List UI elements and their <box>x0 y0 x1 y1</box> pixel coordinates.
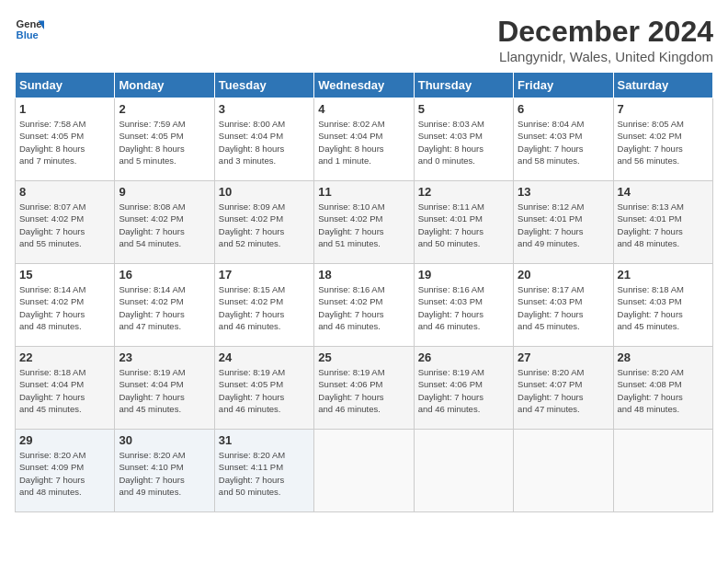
calendar-week-row-1: 1Sunrise: 7:58 AMSunset: 4:05 PMDaylight… <box>16 98 713 181</box>
day-info: Sunrise: 8:00 AMSunset: 4:04 PMDaylight:… <box>219 118 310 167</box>
calendar-cell: 17Sunrise: 8:15 AMSunset: 4:02 PMDayligh… <box>214 264 313 347</box>
day-info: Sunrise: 7:59 AMSunset: 4:05 PMDaylight:… <box>119 118 210 167</box>
title-area: December 2024 Llangynidr, Wales, United … <box>497 15 713 64</box>
logo-icon: General Blue <box>15 15 44 44</box>
day-number: 10 <box>219 185 310 199</box>
page-header: General Blue December 2024 Llangynidr, W… <box>15 15 713 64</box>
day-number: 24 <box>219 350 310 364</box>
calendar-cell: 13Sunrise: 8:12 AMSunset: 4:01 PMDayligh… <box>514 181 613 264</box>
weekday-header-sunday: Sunday <box>16 73 115 98</box>
day-info: Sunrise: 8:09 AMSunset: 4:02 PMDaylight:… <box>219 201 310 249</box>
day-info: Sunrise: 8:11 AMSunset: 4:01 PMDaylight:… <box>418 201 509 249</box>
day-number: 23 <box>119 350 210 364</box>
weekday-header-thursday: Thursday <box>414 73 513 98</box>
day-info: Sunrise: 8:19 AMSunset: 4:04 PMDaylight:… <box>119 366 210 415</box>
calendar-subtitle: Llangynidr, Wales, United Kingdom <box>497 49 713 64</box>
day-number: 22 <box>19 350 110 364</box>
day-info: Sunrise: 8:18 AMSunset: 4:03 PMDaylight:… <box>618 283 709 332</box>
calendar-cell: 23Sunrise: 8:19 AMSunset: 4:04 PMDayligh… <box>115 347 214 430</box>
day-info: Sunrise: 8:16 AMSunset: 4:03 PMDaylight:… <box>418 283 509 332</box>
weekday-header-wednesday: Wednesday <box>314 73 414 98</box>
day-number: 12 <box>418 185 509 199</box>
day-info: Sunrise: 8:10 AMSunset: 4:02 PMDaylight:… <box>318 201 409 249</box>
calendar-cell: 14Sunrise: 8:13 AMSunset: 4:01 PMDayligh… <box>613 181 712 264</box>
day-number: 25 <box>318 350 409 364</box>
day-number: 29 <box>19 433 110 447</box>
day-info: Sunrise: 8:04 AMSunset: 4:03 PMDaylight:… <box>518 118 609 167</box>
day-info: Sunrise: 8:17 AMSunset: 4:03 PMDaylight:… <box>518 283 609 332</box>
calendar-cell: 30Sunrise: 8:20 AMSunset: 4:10 PMDayligh… <box>115 430 214 512</box>
day-number: 16 <box>119 268 210 282</box>
day-info: Sunrise: 8:14 AMSunset: 4:02 PMDaylight:… <box>119 283 210 332</box>
calendar-cell: 5Sunrise: 8:03 AMSunset: 4:03 PMDaylight… <box>414 98 513 181</box>
calendar-cell: 24Sunrise: 8:19 AMSunset: 4:05 PMDayligh… <box>214 347 313 430</box>
calendar-cell: 19Sunrise: 8:16 AMSunset: 4:03 PMDayligh… <box>414 264 513 347</box>
calendar-cell: 18Sunrise: 8:16 AMSunset: 4:02 PMDayligh… <box>314 264 414 347</box>
day-info: Sunrise: 8:20 AMSunset: 4:11 PMDaylight:… <box>219 449 310 498</box>
day-info: Sunrise: 8:20 AMSunset: 4:10 PMDaylight:… <box>119 449 210 498</box>
day-info: Sunrise: 8:18 AMSunset: 4:04 PMDaylight:… <box>19 366 110 415</box>
day-number: 28 <box>618 350 709 364</box>
calendar-cell: 2Sunrise: 7:59 AMSunset: 4:05 PMDaylight… <box>115 98 214 181</box>
day-number: 1 <box>19 102 110 116</box>
calendar-cell: 29Sunrise: 8:20 AMSunset: 4:09 PMDayligh… <box>16 430 115 512</box>
calendar-cell: 26Sunrise: 8:19 AMSunset: 4:06 PMDayligh… <box>414 347 513 430</box>
day-number: 30 <box>119 433 210 447</box>
day-number: 3 <box>219 102 310 116</box>
day-info: Sunrise: 8:16 AMSunset: 4:02 PMDaylight:… <box>318 283 409 332</box>
day-info: Sunrise: 8:07 AMSunset: 4:02 PMDaylight:… <box>19 201 110 249</box>
calendar-week-row-5: 29Sunrise: 8:20 AMSunset: 4:09 PMDayligh… <box>16 430 713 512</box>
calendar-cell: 15Sunrise: 8:14 AMSunset: 4:02 PMDayligh… <box>16 264 115 347</box>
day-info: Sunrise: 8:12 AMSunset: 4:01 PMDaylight:… <box>518 201 609 249</box>
svg-text:Blue: Blue <box>17 29 39 40</box>
day-number: 20 <box>518 268 609 282</box>
calendar-table: SundayMondayTuesdayWednesdayThursdayFrid… <box>15 72 713 512</box>
logo: General Blue <box>15 15 44 44</box>
calendar-cell: 1Sunrise: 7:58 AMSunset: 4:05 PMDaylight… <box>16 98 115 181</box>
calendar-cell: 25Sunrise: 8:19 AMSunset: 4:06 PMDayligh… <box>314 347 414 430</box>
day-number: 4 <box>318 102 409 116</box>
day-number: 15 <box>19 268 110 282</box>
calendar-cell: 7Sunrise: 8:05 AMSunset: 4:02 PMDaylight… <box>613 98 712 181</box>
day-number: 6 <box>518 102 609 116</box>
calendar-cell: 31Sunrise: 8:20 AMSunset: 4:11 PMDayligh… <box>214 430 313 512</box>
calendar-cell: 28Sunrise: 8:20 AMSunset: 4:08 PMDayligh… <box>613 347 712 430</box>
calendar-cell: 6Sunrise: 8:04 AMSunset: 4:03 PMDaylight… <box>514 98 613 181</box>
day-number: 7 <box>618 102 709 116</box>
day-info: Sunrise: 8:02 AMSunset: 4:04 PMDaylight:… <box>318 118 409 167</box>
calendar-cell: 12Sunrise: 8:11 AMSunset: 4:01 PMDayligh… <box>414 181 513 264</box>
calendar-cell: 16Sunrise: 8:14 AMSunset: 4:02 PMDayligh… <box>115 264 214 347</box>
day-info: Sunrise: 8:13 AMSunset: 4:01 PMDaylight:… <box>618 201 709 249</box>
calendar-cell <box>613 430 712 512</box>
calendar-cell: 3Sunrise: 8:00 AMSunset: 4:04 PMDaylight… <box>214 98 313 181</box>
calendar-week-row-4: 22Sunrise: 8:18 AMSunset: 4:04 PMDayligh… <box>16 347 713 430</box>
day-number: 13 <box>518 185 609 199</box>
weekday-header-friday: Friday <box>514 73 613 98</box>
day-info: Sunrise: 8:19 AMSunset: 4:06 PMDaylight:… <box>418 366 509 415</box>
day-number: 14 <box>618 185 709 199</box>
day-number: 8 <box>19 185 110 199</box>
weekday-header-row: SundayMondayTuesdayWednesdayThursdayFrid… <box>16 73 713 98</box>
calendar-cell: 10Sunrise: 8:09 AMSunset: 4:02 PMDayligh… <box>214 181 313 264</box>
day-info: Sunrise: 8:08 AMSunset: 4:02 PMDaylight:… <box>119 201 210 249</box>
calendar-cell: 22Sunrise: 8:18 AMSunset: 4:04 PMDayligh… <box>16 347 115 430</box>
day-info: Sunrise: 7:58 AMSunset: 4:05 PMDaylight:… <box>19 118 110 167</box>
calendar-cell <box>414 430 513 512</box>
calendar-cell: 27Sunrise: 8:20 AMSunset: 4:07 PMDayligh… <box>514 347 613 430</box>
calendar-cell: 21Sunrise: 8:18 AMSunset: 4:03 PMDayligh… <box>613 264 712 347</box>
day-number: 11 <box>318 185 409 199</box>
day-number: 21 <box>618 268 709 282</box>
day-info: Sunrise: 8:03 AMSunset: 4:03 PMDaylight:… <box>418 118 509 167</box>
calendar-week-row-2: 8Sunrise: 8:07 AMSunset: 4:02 PMDaylight… <box>16 181 713 264</box>
calendar-cell: 8Sunrise: 8:07 AMSunset: 4:02 PMDaylight… <box>16 181 115 264</box>
day-number: 19 <box>418 268 509 282</box>
day-info: Sunrise: 8:14 AMSunset: 4:02 PMDaylight:… <box>19 283 110 332</box>
weekday-header-monday: Monday <box>115 73 214 98</box>
svg-text:General: General <box>17 18 44 29</box>
day-number: 18 <box>318 268 409 282</box>
weekday-header-tuesday: Tuesday <box>214 73 313 98</box>
day-info: Sunrise: 8:20 AMSunset: 4:08 PMDaylight:… <box>618 366 709 415</box>
day-number: 31 <box>219 433 310 447</box>
day-number: 9 <box>119 185 210 199</box>
day-info: Sunrise: 8:20 AMSunset: 4:07 PMDaylight:… <box>518 366 609 415</box>
